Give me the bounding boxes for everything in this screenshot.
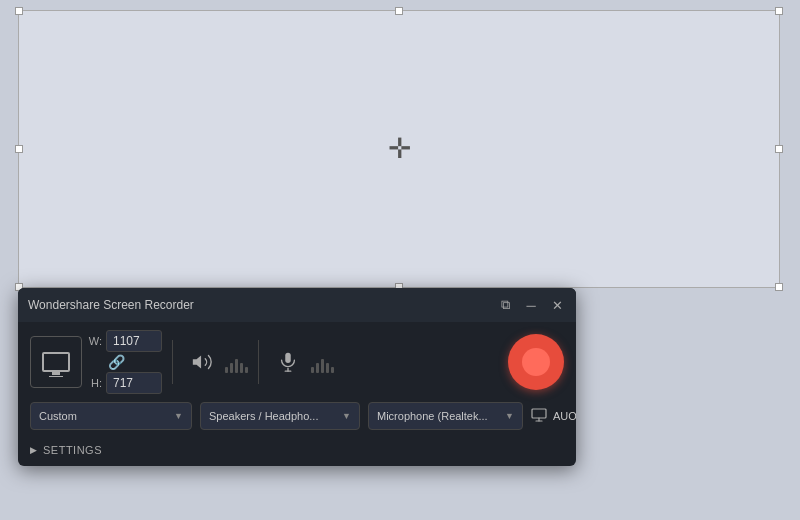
handle-middle-right[interactable] — [775, 145, 783, 153]
vbar-4 — [240, 363, 243, 373]
svg-rect-0 — [285, 353, 291, 363]
mvbar-5 — [331, 367, 334, 373]
handle-bottom-right[interactable] — [775, 283, 783, 291]
handle-top-left[interactable] — [15, 7, 23, 15]
speakers-dropdown-text: Speakers / Headpho... — [209, 410, 318, 422]
height-row: H: — [88, 372, 162, 394]
handle-top-right[interactable] — [775, 7, 783, 15]
maximize-button[interactable]: ⧉ — [496, 296, 514, 314]
mic-dropdown-arrow: ▼ — [505, 411, 514, 421]
handle-middle-left[interactable] — [15, 145, 23, 153]
mic-section — [269, 340, 334, 384]
controls-row: W: 🔗 H: — [18, 322, 576, 402]
mvbar-3 — [321, 359, 324, 373]
recorder-panel: Wondershare Screen Recorder ⧉ ─ ✕ W: 🔗 H… — [18, 288, 576, 466]
vbar-2 — [230, 363, 233, 373]
monitor-icon — [531, 408, 547, 425]
height-input[interactable] — [106, 372, 162, 394]
speaker-icon-button[interactable] — [183, 340, 221, 384]
settings-label: SETTINGS — [43, 444, 102, 456]
vbar-5 — [245, 367, 248, 373]
record-button[interactable] — [508, 334, 564, 390]
screen-icon-box — [30, 336, 82, 388]
capture-area[interactable]: ✛ — [18, 10, 780, 288]
mvbar-4 — [326, 363, 329, 373]
minimize-button[interactable]: ─ — [522, 296, 540, 314]
resolution-dropdown-text: Custom — [39, 410, 77, 422]
dimensions-section: W: 🔗 H: — [88, 330, 162, 394]
settings-arrow-icon: ▶ — [30, 445, 37, 455]
mic-volume-bars — [311, 351, 334, 373]
speaker-volume-bars — [225, 351, 248, 373]
dropdowns-row: Custom ▼ Speakers / Headpho... ▼ Microph… — [18, 402, 576, 438]
settings-row[interactable]: ▶ SETTINGS — [18, 438, 576, 466]
link-icon: 🔗 — [108, 354, 125, 370]
resolution-dropdown[interactable]: Custom ▼ — [30, 402, 192, 430]
mic-dropdown-text: Microphone (Realtek... — [377, 410, 488, 422]
monitor-label: AUO21ED — [553, 410, 576, 422]
vbar-1 — [225, 367, 228, 373]
width-row: W: — [88, 330, 162, 352]
title-controls: ⧉ ─ ✕ — [496, 296, 566, 314]
vbar-3 — [235, 359, 238, 373]
record-inner-circle — [522, 348, 550, 376]
move-cursor-icon: ✛ — [388, 135, 411, 163]
speaker-section — [183, 340, 248, 384]
handle-top-middle[interactable] — [395, 7, 403, 15]
speakers-dropdown-arrow: ▼ — [342, 411, 351, 421]
mvbar-1 — [311, 367, 314, 373]
height-label: H: — [88, 377, 102, 389]
speakers-dropdown[interactable]: Speakers / Headpho... ▼ — [200, 402, 360, 430]
close-button[interactable]: ✕ — [548, 296, 566, 314]
title-bar: Wondershare Screen Recorder ⧉ ─ ✕ — [18, 288, 576, 322]
app-title: Wondershare Screen Recorder — [28, 298, 194, 312]
width-label: W: — [88, 335, 102, 347]
monitor-section: AUO21ED — [531, 408, 576, 425]
separator-2 — [258, 340, 259, 384]
mic-icon-button[interactable] — [269, 340, 307, 384]
width-input[interactable] — [106, 330, 162, 352]
screen-icon — [42, 352, 70, 372]
mvbar-2 — [316, 363, 319, 373]
mic-dropdown[interactable]: Microphone (Realtek... ▼ — [368, 402, 523, 430]
svg-rect-3 — [532, 409, 546, 418]
resolution-dropdown-arrow: ▼ — [174, 411, 183, 421]
separator-1 — [172, 340, 173, 384]
